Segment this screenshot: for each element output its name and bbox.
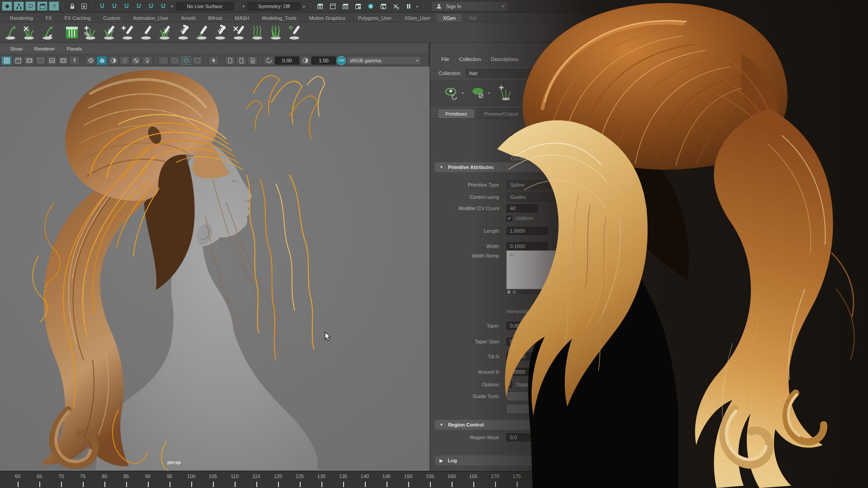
curve-tool-icon[interactable] [2, 23, 19, 42]
shelf-tab-xgen[interactable]: XGen [437, 14, 462, 22]
set-length-button[interactable]: Set Length [506, 404, 574, 414]
comb-guides-icon[interactable] [156, 23, 173, 42]
slider-track[interactable] [552, 325, 601, 327]
safe-title-icon[interactable]: T [69, 56, 80, 65]
snap-to-grid-icon[interactable] [97, 1, 107, 11]
exposure-icon[interactable] [264, 56, 274, 65]
value-field[interactable]: 0.0000 [506, 352, 548, 361]
slider-handle[interactable] [553, 354, 557, 360]
pause-icon[interactable] [403, 1, 414, 11]
ipr-render-icon[interactable]: IPR [340, 1, 351, 11]
resolution-gate-icon[interactable] [24, 56, 34, 65]
chevron-down-icon[interactable]: ▾ [498, 4, 505, 9]
shelf-tab-modeling-tools[interactable]: Modeling_Tools [255, 14, 302, 22]
arnold-render-icon[interactable] [365, 1, 376, 11]
create-description-icon[interactable] [82, 23, 99, 42]
rake-comb-icon[interactable] [212, 23, 229, 42]
open-xgen-editor-icon[interactable] [63, 23, 80, 42]
shelf-tab-rendering[interactable]: Rendering [4, 14, 39, 22]
checkbox-checked[interactable]: ✓ [506, 216, 512, 221]
film-gate-icon[interactable] [13, 56, 23, 65]
add-guide-brush-icon[interactable] [100, 23, 118, 42]
checkbox-unchecked[interactable] [511, 145, 517, 151]
slider-track[interactable] [552, 341, 601, 343]
live-surface-field[interactable]: No Live Surface [176, 2, 234, 10]
shelf-tab-yeti[interactable]: Yeti [462, 14, 483, 22]
exposure-field[interactable]: 0.00 [275, 56, 299, 65]
motion-blur-icon[interactable] [181, 56, 191, 65]
tab-preview-output[interactable]: Preview/Output [476, 108, 534, 118]
occlusion-icon[interactable] [170, 56, 180, 65]
value-field[interactable]: 0.0000 [506, 338, 548, 346]
select-tool-icon[interactable] [79, 1, 89, 11]
checkbox-checked[interactable]: ✓ [506, 382, 512, 388]
gamma-field[interactable]: 1.00 [311, 56, 336, 65]
delete-guides-icon[interactable] [20, 23, 38, 42]
wireframe-on-shaded-icon[interactable] [119, 56, 130, 65]
chevron-right-icon[interactable]: ▸ [415, 4, 420, 9]
section-region-control[interactable]: ▼ Region Control [435, 420, 638, 430]
shelf-tab-polygons-user[interactable]: Polygons_User [352, 14, 398, 22]
shelf-tab-motion-graphics[interactable]: Motion Graphics [303, 14, 352, 22]
slider-track[interactable] [552, 437, 601, 438]
collection-name-field[interactable]: hair [466, 69, 545, 78]
menu-show[interactable]: Show [10, 46, 23, 52]
gamma-icon[interactable] [300, 56, 311, 65]
open-render-view-icon[interactable] [315, 1, 326, 11]
lock-icon[interactable] [67, 1, 77, 11]
isolate-select-icon[interactable] [208, 56, 219, 65]
slider-track[interactable] [552, 230, 601, 232]
create-new-description-icon[interactable] [497, 85, 513, 101]
safe-action-icon[interactable] [58, 56, 68, 65]
shadows-icon[interactable] [158, 56, 169, 65]
chevron-down-icon[interactable]: ▾ [170, 4, 175, 9]
checkbox-checked[interactable]: ✓ [511, 134, 517, 140]
section-log[interactable]: ▶ Log [435, 455, 638, 465]
slider-handle[interactable] [557, 244, 561, 249]
shelf-tab-custom[interactable]: Custom [97, 14, 127, 22]
textured-mode-icon[interactable] [108, 56, 118, 65]
value-field[interactable]: 40 [506, 204, 538, 212]
default-lighting-icon[interactable] [142, 56, 152, 65]
render-sequence-icon[interactable] [391, 1, 401, 11]
image-plane-alt-icon[interactable] [236, 56, 246, 65]
width-ramp-widget[interactable]: R [506, 250, 583, 294]
part-guides-icon[interactable] [175, 23, 192, 42]
snap-to-projected-center-icon[interactable] [133, 1, 144, 11]
noise-guides-icon[interactable] [249, 23, 266, 42]
value-field[interactable]: 1.0000 [506, 227, 548, 235]
rebuild-button[interactable]: Rebuild [506, 391, 574, 401]
menu-descriptions[interactable]: Descriptions [491, 56, 519, 62]
value-field[interactable]: 0.1000 [506, 242, 548, 250]
value-field[interactable]: 0.0000 [506, 322, 548, 330]
slider-track[interactable] [552, 356, 601, 357]
menu-panels[interactable]: Panels [66, 46, 82, 52]
menu-file[interactable]: File [441, 56, 449, 62]
snap-to-curve-icon[interactable] [109, 1, 119, 11]
add-guides-plus-icon[interactable] [119, 23, 136, 42]
smooth-shaded-mode-icon[interactable] [97, 56, 107, 65]
shelf-tab-xgen-user[interactable]: XGen_User [398, 14, 436, 22]
menu-collection[interactable]: Collection [459, 56, 481, 62]
export-guides-icon[interactable] [39, 23, 56, 42]
slider-handle[interactable] [553, 323, 557, 329]
section-primitive-attributes[interactable]: ▼ Primitive Attributes [435, 162, 638, 172]
view-transform-dropdown[interactable]: sRGB gamma ▾ [347, 56, 421, 65]
value-field[interactable]: 0.0000 [506, 368, 548, 376]
field-chart-icon[interactable] [47, 56, 57, 65]
cut-guides-icon[interactable] [230, 23, 247, 42]
selection-mask-component-icon[interactable] [25, 1, 36, 11]
selection-mask-hierarchy-icon[interactable] [14, 1, 24, 11]
snap-to-view-plane-icon[interactable] [146, 1, 156, 11]
twist-guides-icon[interactable] [193, 23, 210, 42]
chevron-right-icon[interactable]: ▸ [302, 4, 307, 9]
region-mask-field[interactable]: 0.0 [506, 433, 548, 441]
grid-toggle-icon[interactable] [1, 56, 12, 65]
help-highlight-icon[interactable]: ? [49, 1, 59, 11]
symmetry-field[interactable]: Symmetry: Off [247, 2, 301, 10]
color-management-on-icon[interactable]: ON [337, 56, 346, 65]
wireframe-mode-icon[interactable] [85, 56, 96, 65]
slider-handle[interactable] [553, 339, 557, 345]
render-texture-icon[interactable] [378, 1, 389, 11]
primitive-type-dropdown[interactable]: Spline [506, 180, 574, 189]
